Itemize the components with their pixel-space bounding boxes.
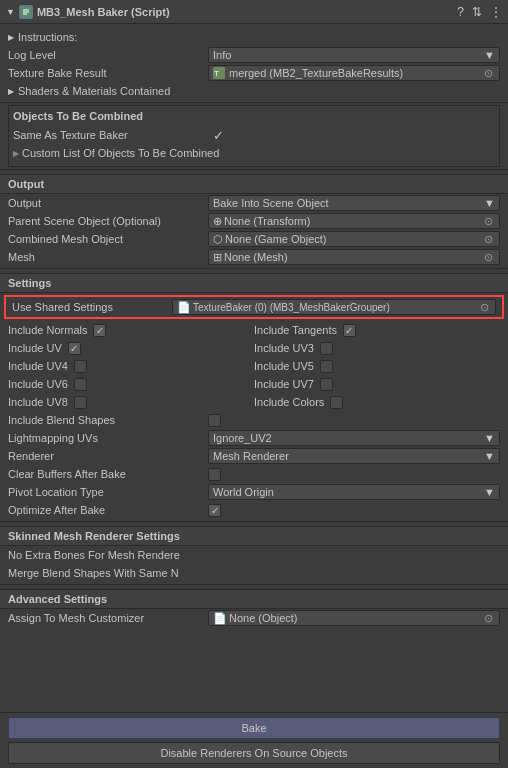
renderer-dropdown-arrow-icon: ▼	[484, 450, 495, 462]
shaders-materials-label: Shaders & Materials Contained	[18, 85, 170, 97]
uv4-uv5-row: Include UV4 Include UV5	[0, 357, 508, 375]
include-normals-checkbox[interactable]	[93, 324, 106, 337]
main-panel: ▼ MB3_Mesh Baker (Script) ? ⇅ ⋮ ▶ Instru…	[0, 0, 508, 768]
pivot-location-value: World Origin ▼	[208, 484, 500, 500]
combined-mesh-select-btn[interactable]: ⊙	[482, 233, 495, 246]
include-uv3-checkbox[interactable]	[320, 342, 333, 355]
optimize-value	[208, 504, 500, 517]
lightmapping-dropdown[interactable]: Ignore_UV2 ▼	[208, 430, 500, 446]
texture-bake-result-field[interactable]: T merged (MB2_TextureBakeResults) ⊙	[208, 65, 500, 81]
uv3-col: Include UV3	[254, 342, 500, 355]
divider-4	[0, 521, 508, 522]
bottom-buttons: Bake Disable Renderers On Source Objects	[0, 712, 508, 768]
header-actions: ? ⇅ ⋮	[457, 5, 502, 19]
uv8-colors-row: Include UV8 Include Colors	[0, 393, 508, 411]
custom-list-label: Custom List Of Objects To Be Combined	[22, 147, 219, 159]
pivot-location-dropdown[interactable]: World Origin ▼	[208, 484, 500, 500]
disable-renderers-button[interactable]: Disable Renderers On Source Objects	[8, 742, 500, 764]
use-shared-select-btn[interactable]: ⊙	[478, 301, 491, 314]
use-shared-value: TextureBaker (0) (MB3_MeshBakerGrouper)	[193, 302, 390, 313]
output-section-header: Output	[0, 174, 508, 194]
use-shared-value-container: 📄 TextureBaker (0) (MB3_MeshBakerGrouper…	[172, 299, 496, 315]
include-uv5-checkbox[interactable]	[320, 360, 333, 373]
settings-section-header: Settings	[0, 273, 508, 293]
bake-button[interactable]: Bake	[8, 717, 500, 739]
header-left: ▼ MB3_Mesh Baker (Script)	[6, 5, 457, 19]
collapse-arrow-icon[interactable]: ▼	[6, 7, 15, 17]
include-colors-checkbox[interactable]	[330, 396, 343, 409]
parent-scene-field[interactable]: ⊕ None (Transform) ⊙	[208, 213, 500, 229]
optimize-row: Optimize After Bake	[0, 501, 508, 519]
include-tangents-checkbox[interactable]	[343, 324, 356, 337]
include-uv7-checkbox[interactable]	[320, 378, 333, 391]
log-level-label: Log Level	[8, 49, 208, 61]
settings-icon[interactable]: ⇅	[472, 5, 482, 19]
instructions-row: ▶ Instructions:	[0, 28, 508, 46]
mesh-row: Mesh ⊞ None (Mesh) ⊙	[0, 248, 508, 266]
same-as-texture-value: ✓	[213, 128, 495, 143]
menu-icon[interactable]: ⋮	[490, 5, 502, 19]
divider-1	[0, 102, 508, 103]
custom-list-arrow-icon[interactable]: ▶	[13, 149, 19, 158]
include-uv5-label: Include UV5	[254, 360, 314, 372]
shaders-materials-arrow-icon[interactable]: ▶	[8, 87, 14, 96]
output-dropdown[interactable]: Bake Into Scene Object ▼	[208, 195, 500, 211]
pivot-location-dropdown-arrow-icon: ▼	[484, 486, 495, 498]
texture-bake-icon: T	[213, 67, 225, 79]
include-blend-shapes-checkbox[interactable]	[208, 414, 221, 427]
log-level-dropdown-arrow-icon: ▼	[484, 49, 495, 61]
renderer-dropdown[interactable]: Mesh Renderer ▼	[208, 448, 500, 464]
texture-bake-result-label: Texture Bake Result	[8, 67, 208, 79]
combined-mesh-field[interactable]: ⬡ None (Game Object) ⊙	[208, 231, 500, 247]
use-shared-field[interactable]: 📄 TextureBaker (0) (MB3_MeshBakerGrouper…	[172, 299, 496, 315]
gameobj-icon: ⬡	[213, 233, 223, 246]
assign-customizer-icon: 📄	[213, 612, 227, 625]
advanced-title: Advanced Settings	[8, 593, 107, 605]
include-blend-shapes-value	[208, 414, 500, 427]
optimize-checkbox[interactable]	[208, 504, 221, 517]
lightmapping-label: Lightmapping UVs	[8, 432, 208, 444]
help-icon[interactable]: ?	[457, 5, 464, 19]
texture-bake-result-value: T merged (MB2_TextureBakeResults) ⊙	[208, 65, 500, 81]
include-uv6-label: Include UV6	[8, 378, 68, 390]
colors-col: Include Colors	[254, 396, 500, 409]
mesh-field[interactable]: ⊞ None (Mesh) ⊙	[208, 249, 500, 265]
uv-col: Include UV	[8, 342, 254, 355]
include-uv-label: Include UV	[8, 342, 62, 354]
include-normals-label: Include Normals	[8, 324, 87, 336]
lightmapping-dropdown-arrow-icon: ▼	[484, 432, 495, 444]
doc-icon: 📄	[177, 301, 191, 314]
output-row: Output Bake Into Scene Object ▼	[0, 194, 508, 212]
mesh-value: ⊞ None (Mesh) ⊙	[208, 249, 500, 265]
content-area: ▶ Instructions: Log Level Info ▼ Texture…	[0, 24, 508, 712]
clear-buffers-checkbox[interactable]	[208, 468, 221, 481]
renderer-row: Renderer Mesh Renderer ▼	[0, 447, 508, 465]
output-label: Output	[8, 197, 208, 209]
uv-uv3-row: Include UV Include UV3	[0, 339, 508, 357]
texture-bake-result-select-btn[interactable]: ⊙	[482, 67, 495, 80]
mesh-select-btn[interactable]: ⊙	[482, 251, 495, 264]
parent-scene-value: ⊕ None (Transform) ⊙	[208, 213, 500, 229]
advanced-section-header: Advanced Settings	[0, 589, 508, 609]
shaders-materials-row: ▶ Shaders & Materials Contained	[0, 82, 508, 100]
svg-text:T: T	[214, 69, 219, 78]
include-uv4-checkbox[interactable]	[74, 360, 87, 373]
divider-3	[0, 268, 508, 269]
instructions-arrow-icon[interactable]: ▶	[8, 33, 14, 42]
parent-scene-select-btn[interactable]: ⊙	[482, 215, 495, 228]
include-uv8-checkbox[interactable]	[74, 396, 87, 409]
include-uv6-checkbox[interactable]	[74, 378, 87, 391]
same-as-texture-label: Same As Texture Baker	[13, 129, 213, 141]
divider-5	[0, 584, 508, 585]
use-shared-settings-row: Use Shared Settings 📄 TextureBaker (0) (…	[4, 295, 504, 319]
skinned-title: Skinned Mesh Renderer Settings	[8, 530, 180, 542]
uv6-uv7-row: Include UV6 Include UV7	[0, 375, 508, 393]
divider-2	[0, 169, 508, 170]
no-extra-bones-row: No Extra Bones For Mesh Rendere	[0, 546, 508, 564]
include-uv-checkbox[interactable]	[68, 342, 81, 355]
uv8-col: Include UV8	[8, 396, 254, 409]
assign-customizer-select-btn[interactable]: ⊙	[482, 612, 495, 625]
assign-customizer-field[interactable]: 📄 None (Object) ⊙	[208, 610, 500, 626]
merge-blend-row: Merge Blend Shapes With Same N	[0, 564, 508, 582]
log-level-dropdown[interactable]: Info ▼	[208, 47, 500, 63]
